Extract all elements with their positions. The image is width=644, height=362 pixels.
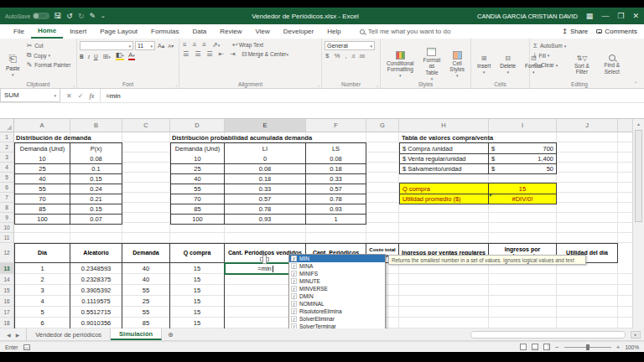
- table-header-cell[interactable]: Demanda (Und): [171, 143, 225, 153]
- table-row[interactable]: 550.24: [15, 184, 122, 194]
- cell[interactable]: 0.18: [306, 164, 366, 173]
- cell[interactable]: 55: [171, 184, 225, 194]
- cell[interactable]: 0.08: [225, 164, 306, 173]
- save-icon[interactable]: 🖫: [54, 12, 61, 20]
- table-row[interactable]: 850.780.93: [171, 204, 366, 214]
- comments-button[interactable]: Comments: [596, 28, 637, 35]
- grow-font-icon[interactable]: A▴: [157, 43, 165, 49]
- price-label-cell[interactable]: $ Compra /unidad: [400, 143, 489, 153]
- row-header[interactable]: 13: [0, 263, 13, 274]
- sim-table-row[interactable]: 60.90103568515: [14, 318, 306, 328]
- cell-qcompra[interactable]: 15: [170, 285, 225, 296]
- clear-button[interactable]: ◇Clear▾: [532, 61, 566, 69]
- cell[interactable]: 0.07: [70, 215, 122, 224]
- cell-dia[interactable]: 1: [15, 263, 70, 274]
- q-value-cell[interactable]: 15: [489, 184, 556, 194]
- copy-button[interactable]: ⧉Copy▾: [26, 51, 71, 59]
- price-value-cell[interactable]: $1,400: [489, 154, 556, 163]
- decrease-decimal-icon[interactable]: .00: [358, 54, 365, 59]
- table-header-cell[interactable]: Aleatorio: [70, 244, 122, 262]
- cell-aleatorio[interactable]: 0.2328375: [70, 274, 122, 285]
- cell[interactable]: 40: [15, 174, 70, 184]
- row-header[interactable]: 3: [0, 153, 13, 163]
- cell-aleatorio[interactable]: 0.1119575: [70, 296, 122, 307]
- cell[interactable]: 0.15: [70, 174, 122, 184]
- collapse-ribbon-icon[interactable]: ⌃: [629, 39, 642, 88]
- cell[interactable]: 10: [171, 153, 225, 163]
- row-header[interactable]: 11: [0, 233, 13, 243]
- cut-button[interactable]: ✂Cut: [26, 42, 71, 49]
- cell-dia[interactable]: 2: [15, 274, 70, 285]
- select-all-corner[interactable]: [0, 119, 14, 132]
- insert-function-icon[interactable]: fx: [89, 92, 94, 100]
- table-row[interactable]: 1000.08: [171, 153, 366, 163]
- column-header[interactable]: A: [14, 119, 70, 132]
- table-row[interactable]: 400.15: [15, 173, 122, 184]
- normal-view-icon[interactable]: [520, 344, 527, 350]
- cell[interactable]: 0.57: [306, 184, 366, 194]
- autosave-toggle[interactable]: AutoSave Off: [5, 13, 49, 19]
- cell[interactable]: 100: [171, 215, 225, 224]
- q-label-cell[interactable]: Q compra: [400, 184, 489, 194]
- fill-color-icon[interactable]: ◧▾: [116, 52, 124, 60]
- cell[interactable]: 0.15: [70, 204, 122, 214]
- table-header-cell[interactable]: P(x): [70, 143, 122, 153]
- row-header[interactable]: 1: [0, 132, 13, 142]
- table-header-cell[interactable]: Q compra: [170, 244, 225, 262]
- sim-table-row[interactable]: 20.23283754015: [14, 274, 306, 285]
- wrap-text-button[interactable]: ↩Wrap Text: [231, 41, 263, 49]
- close-button[interactable]: ✕: [632, 12, 639, 20]
- new-sheet-icon[interactable]: ⊕: [162, 328, 179, 340]
- autocomplete-item[interactable]: ƒRisolutoreElimina: [289, 308, 385, 315]
- table-row[interactable]: 400.180.33: [171, 173, 366, 184]
- cell[interactable]: 0.08: [306, 153, 366, 163]
- autocomplete-item[interactable]: ƒNOMINAL: [289, 300, 385, 308]
- sheet-tab-vendedor[interactable]: Vendedor de periódicos: [26, 328, 111, 340]
- cell-aleatorio[interactable]: 0.9010356: [70, 318, 122, 328]
- cell-qcompra[interactable]: 15: [170, 263, 225, 274]
- table-header-cell[interactable]: Demanda: [122, 244, 170, 262]
- font-size-combo[interactable]: 11▾: [135, 41, 155, 50]
- sheet-tab-simulacion[interactable]: Simulación: [111, 328, 162, 340]
- ribbon-tab[interactable]: File: [7, 24, 31, 39]
- zoom-slider[interactable]: [564, 347, 611, 348]
- shrink-font-icon[interactable]: A▾: [167, 43, 174, 49]
- ribbon-tab[interactable]: Home: [31, 24, 63, 39]
- cell[interactable]: 85: [171, 204, 225, 214]
- ribbon-tab[interactable]: Developer: [277, 24, 320, 39]
- table-header-cell[interactable]: LS: [306, 143, 366, 153]
- cell-demanda[interactable]: 25: [122, 296, 170, 307]
- autocomplete-item[interactable]: ƒMINVERSE: [289, 285, 385, 292]
- price-value-cell[interactable]: $700: [489, 143, 556, 153]
- cell-qcompra[interactable]: 15: [170, 274, 225, 285]
- undo-icon[interactable]: ↺: [66, 12, 73, 20]
- share-button[interactable]: ↥Share: [562, 28, 588, 35]
- scroll-right-icon[interactable]: ▸: [631, 331, 641, 339]
- cell[interactable]: 25: [15, 164, 70, 173]
- vertical-scroll-thumb[interactable]: [635, 130, 642, 222]
- horizontal-scrollbar[interactable]: [470, 331, 626, 339]
- row-header[interactable]: 12: [0, 243, 13, 263]
- align-right-icon[interactable]: ☰: [205, 50, 213, 58]
- cells-area[interactable]: Distribución de demanda Demanda (Und)P(x…: [14, 132, 632, 328]
- page-break-view-icon[interactable]: [543, 344, 550, 350]
- autocomplete-item[interactable]: ƒSolverEliminar: [289, 315, 385, 323]
- autocomplete-item[interactable]: ƒMINUTE: [289, 277, 385, 285]
- cell-demanda[interactable]: 40: [122, 274, 170, 285]
- cancel-entry-icon[interactable]: ✕: [66, 92, 72, 100]
- row-header[interactable]: 8: [0, 203, 13, 213]
- prev-sheet-icon[interactable]: ◀: [7, 332, 11, 338]
- cell-demanda[interactable]: 40: [122, 263, 170, 274]
- cell-dia[interactable]: 4: [15, 296, 70, 307]
- borders-icon[interactable]: ⊞▾: [102, 53, 112, 60]
- autosum-button[interactable]: ΣAutoSum▾: [532, 42, 566, 49]
- cell[interactable]: 0.18: [225, 174, 306, 184]
- column-header[interactable]: I: [489, 119, 557, 132]
- cell[interactable]: 10: [15, 153, 70, 163]
- autocomplete-item[interactable]: ƒSolverTerminar: [289, 323, 385, 328]
- column-header[interactable]: H: [399, 119, 489, 132]
- cell-demanda[interactable]: 55: [122, 285, 170, 296]
- increase-indent-icon[interactable]: ⇥: [229, 50, 236, 58]
- cell-aleatorio[interactable]: 0.3905392: [70, 285, 122, 296]
- table-header-cell[interactable]: Demanda (Und): [15, 143, 70, 153]
